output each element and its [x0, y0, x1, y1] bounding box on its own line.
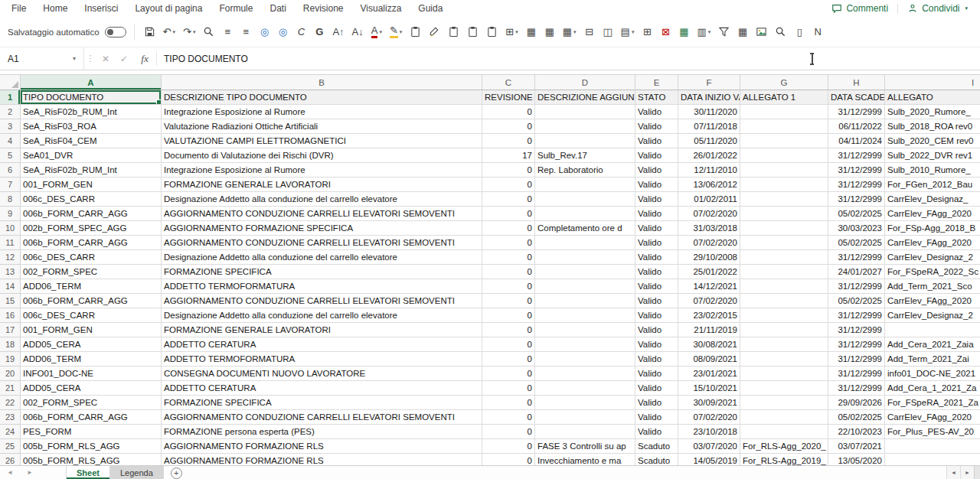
- cell-g23[interactable]: [740, 410, 828, 425]
- cell-b20[interactable]: CONSEGNA DOCUMENTI NUOVO LAVORATORE: [162, 367, 482, 381]
- cell-g21[interactable]: [740, 381, 828, 396]
- cell-f14[interactable]: 14/12/2021: [678, 279, 740, 294]
- cell-e12[interactable]: Valido: [635, 250, 678, 265]
- tab-scroll-right-icon[interactable]: ►: [20, 466, 40, 479]
- cell-i16[interactable]: CarrElev_Designaz_2: [885, 308, 980, 323]
- cell-g4[interactable]: [740, 134, 828, 148]
- row-header-15[interactable]: 15: [0, 294, 21, 308]
- cell-h3[interactable]: 06/11/2022: [828, 119, 885, 134]
- row-header-12[interactable]: 12: [0, 250, 21, 265]
- cell-b8[interactable]: Designazione Addetto alla conduzione del…: [162, 192, 482, 207]
- cell-e2[interactable]: Valido: [635, 105, 678, 119]
- cell-b5[interactable]: Documento di Valutazione dei Rischi (DVR…: [162, 148, 482, 163]
- cell-d9[interactable]: [535, 207, 635, 221]
- paste-special-icon[interactable]: [485, 22, 499, 42]
- cell-c13[interactable]: 0: [482, 265, 535, 279]
- cell-d15[interactable]: [535, 294, 635, 308]
- cell-h21[interactable]: 31/12/2999: [828, 381, 885, 396]
- cell-b18[interactable]: ADDETTO CERATURA: [162, 337, 482, 352]
- cell-g16[interactable]: [740, 308, 828, 323]
- cell-i10[interactable]: For_FSp-Agg_2018_B: [885, 221, 980, 236]
- cell-b22[interactable]: FORMAZIONE SPECIFICA: [162, 396, 482, 410]
- cell-h7[interactable]: 31/12/2999: [828, 178, 885, 192]
- paste-icon[interactable]: [408, 22, 423, 42]
- cell-b13[interactable]: FORMAZIONE SPECIFICA: [162, 265, 482, 279]
- column-header-a[interactable]: A: [21, 75, 162, 90]
- enter-button[interactable]: ✓: [115, 47, 133, 70]
- cell-g6[interactable]: [740, 163, 828, 178]
- undo-icon[interactable]: ↶▾: [162, 22, 177, 42]
- cell-g3[interactable]: [740, 119, 828, 134]
- cell-a10[interactable]: 002b_FORM_SPEC_AGG: [21, 221, 162, 236]
- cell-b7[interactable]: FORMAZIONE GENERALE LAVORATORI: [162, 178, 482, 192]
- cell-d2[interactable]: [535, 105, 635, 119]
- cell-c25[interactable]: 0: [482, 439, 535, 454]
- cell-g1[interactable]: ALLEGATO 1: [740, 90, 828, 105]
- cell-f3[interactable]: 07/11/2018: [678, 119, 740, 134]
- insert-table-icon[interactable]: ▦: [524, 22, 538, 42]
- cell-e23[interactable]: Valido: [635, 410, 678, 425]
- cell-h9[interactable]: 05/02/2025: [828, 207, 885, 221]
- cell-h13[interactable]: 24/01/2027: [828, 265, 885, 279]
- merge-center-icon[interactable]: ◫: [601, 22, 615, 42]
- cell-g24[interactable]: [740, 425, 828, 439]
- menu-tab-layout-di-pagina[interactable]: Layout di pagina: [126, 0, 211, 17]
- row-header-13[interactable]: 13: [0, 265, 21, 279]
- cell-h17[interactable]: 31/12/2999: [828, 323, 885, 337]
- cell-h20[interactable]: 31/12/2999: [828, 367, 885, 381]
- column-header-d[interactable]: D: [535, 75, 635, 90]
- cell-h4[interactable]: 04/11/2024: [828, 134, 885, 148]
- cell-a8[interactable]: 006c_DES_CARR: [21, 192, 162, 207]
- cell-h5[interactable]: 31/12/2999: [828, 148, 885, 163]
- cell-c20[interactable]: 0: [482, 367, 535, 381]
- align-left-icon[interactable]: ≡: [239, 22, 253, 42]
- tab-scroll-left-icon[interactable]: ◄: [0, 466, 20, 479]
- cell-i12[interactable]: CarrElev_Designaz_2: [885, 250, 980, 265]
- send-to-onenote-icon[interactable]: N: [811, 22, 825, 42]
- cell-g14[interactable]: [740, 279, 828, 294]
- cell-c6[interactable]: 0: [482, 163, 535, 178]
- cell-a21[interactable]: ADD05_CERA: [21, 381, 162, 396]
- cell-a7[interactable]: 001_FORM_GEN: [21, 178, 162, 192]
- autosave-toggle[interactable]: [105, 27, 126, 37]
- menu-tab-dati[interactable]: Dati: [261, 0, 294, 17]
- copy-icon[interactable]: [446, 22, 461, 42]
- filter-icon[interactable]: [717, 22, 731, 42]
- table-design-icon[interactable]: ▦▾: [561, 22, 578, 42]
- cell-d23[interactable]: [535, 410, 635, 425]
- picture-icon[interactable]: [754, 22, 769, 42]
- cell-f12[interactable]: 29/10/2008: [678, 250, 740, 265]
- pivot-table-icon[interactable]: ▥▾: [695, 22, 712, 42]
- cell-i17[interactable]: [885, 323, 980, 337]
- column-header-c[interactable]: C: [482, 75, 535, 90]
- row-header-20[interactable]: 20: [0, 367, 21, 381]
- cell-a23[interactable]: 006b_FORM_CARR_AGG: [21, 410, 162, 425]
- new-sheet-icon[interactable]: ▦: [677, 22, 691, 42]
- search-icon[interactable]: [201, 22, 216, 42]
- cell-f4[interactable]: 05/11/2020: [678, 134, 740, 148]
- cell-b4[interactable]: VALUTAZIONE CAMPI ELETTROMAGNETICI: [162, 134, 482, 148]
- row-header-5[interactable]: 5: [0, 148, 21, 163]
- record-circle-icon[interactable]: ◎: [257, 22, 271, 42]
- cell-i20[interactable]: info01_DOC-NE_2021: [885, 367, 980, 381]
- cell-c11[interactable]: 0: [482, 236, 535, 250]
- sheet-tab-legenda[interactable]: Legenda: [110, 466, 164, 479]
- cell-i24[interactable]: For_Plus_PES-AV_20: [885, 425, 980, 439]
- cell-b26[interactable]: AGGIORNAMENTO FORMAZIONE RLS: [162, 454, 482, 465]
- cell-f1[interactable]: DATA INIZIO VALIDITA': [678, 90, 740, 105]
- row-header-17[interactable]: 17: [0, 323, 21, 337]
- cell-size-icon[interactable]: ⊟: [583, 22, 596, 42]
- cell-d1[interactable]: DESCRIZIONE AGGIUNTIVA: [535, 90, 635, 105]
- cell-b17[interactable]: FORMAZIONE GENERALE LAVORATORI: [162, 323, 482, 337]
- cell-c14[interactable]: 0: [482, 279, 535, 294]
- cell-b3[interactable]: Valutazione Radiazioni Ottiche Artificia…: [162, 119, 482, 134]
- cell-c9[interactable]: 0: [482, 207, 535, 221]
- cell-d8[interactable]: [535, 192, 635, 207]
- cell-g2[interactable]: [740, 105, 828, 119]
- zoom-sheet-icon[interactable]: [773, 22, 788, 42]
- cell-a25[interactable]: 005b_FORM_RLS_AGG: [21, 439, 162, 454]
- cell-e19[interactable]: Valido: [635, 352, 678, 367]
- cell-d26[interactable]: Invecchiamento e ma: [535, 454, 635, 465]
- menu-tab-formule[interactable]: Formule: [211, 0, 261, 17]
- cell-a19[interactable]: ADD06_TERM: [21, 352, 162, 367]
